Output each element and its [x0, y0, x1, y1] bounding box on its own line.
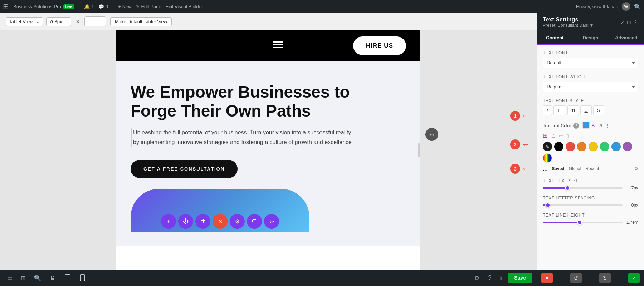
resize-handle-right[interactable]: [418, 30, 420, 270]
italic-button[interactable]: I: [543, 105, 552, 115]
swatch-orange[interactable]: [577, 142, 586, 151]
swatch-red[interactable]: [566, 142, 575, 151]
admin-bar-right: Howdy, wpwithfahad W 🔍: [576, 2, 641, 11]
builder-search-button[interactable]: 🔍: [31, 273, 44, 283]
text-size-slider[interactable]: [543, 187, 623, 189]
close-element-button[interactable]: ✕: [213, 214, 228, 229]
panel-reset-button[interactable]: ↺: [570, 273, 582, 283]
panel-tabs: Content Design Advanced: [537, 31, 644, 45]
blue-circle-decoration: + ⏻ 🗑 ✕ ⚙: [131, 189, 309, 232]
trash-icon: 🗑: [200, 218, 206, 225]
view-width-input[interactable]: [46, 17, 71, 26]
comment-count: 0: [106, 4, 108, 9]
device-all-icon[interactable]: ⊞: [543, 132, 547, 139]
panel-header-icons: ⤢ ⊡ ⋮: [620, 19, 638, 25]
letter-spacing-slider[interactable]: [543, 204, 623, 206]
page-menu-icon[interactable]: [273, 41, 283, 50]
wp-logo-icon[interactable]: ⊞: [3, 2, 9, 11]
color-reset-icon[interactable]: ↺: [598, 123, 602, 129]
color-help-icon[interactable]: ?: [573, 123, 579, 129]
letter-spacing-label: Text Letter Spacing: [543, 196, 638, 201]
color-recent-tab[interactable]: Recent: [585, 166, 599, 171]
font-style-buttons: I TT Tt U S: [543, 105, 638, 115]
tablet-view-button[interactable]: [61, 273, 74, 283]
page-headline: We Empower Businesses to Forge Their Own…: [131, 83, 381, 120]
hire-us-button[interactable]: HIRE US: [353, 36, 406, 55]
settings-element-button[interactable]: ⚙: [230, 214, 245, 229]
line-height-slider[interactable]: [543, 222, 623, 223]
hamburger-icon: [273, 41, 283, 49]
text-color-label: Text Text Color: [543, 123, 571, 128]
panel-save-button[interactable]: ✓: [628, 273, 640, 283]
make-default-button[interactable]: Make Default Tablet View: [110, 17, 172, 26]
transform-icon: ⇔: [269, 218, 274, 225]
builder-menu-button[interactable]: ☰: [4, 273, 15, 283]
swatch-blue[interactable]: [611, 142, 621, 151]
exit-builder-label: Exit Visual Builder: [166, 4, 203, 9]
view-resize-handle[interactable]: [84, 16, 106, 26]
underline-button[interactable]: U: [580, 105, 591, 115]
exit-builder-button[interactable]: Exit Visual Builder: [166, 4, 203, 9]
view-clear-button[interactable]: ✕: [74, 18, 82, 26]
settings-bottom-button[interactable]: ⚙: [472, 273, 482, 283]
transform-element-button[interactable]: ⇔: [264, 214, 279, 229]
swatch-black[interactable]: [554, 142, 564, 151]
panel-preset[interactable]: Preset: Consultant Dark ▼: [543, 23, 594, 28]
delete-element-button[interactable]: 🗑: [195, 214, 210, 229]
builder-modules-button[interactable]: ⊞: [18, 273, 28, 283]
edit-page-button[interactable]: ✎ Edit Page: [136, 4, 161, 9]
comments-item[interactable]: 💬 0: [98, 4, 108, 9]
device-mobile-icon[interactable]: ▯: [566, 133, 569, 138]
page-content: We Empower Businesses to Forge Their Own…: [116, 61, 420, 246]
tab-content[interactable]: Content: [537, 31, 573, 45]
swatch-custom-color[interactable]: [543, 153, 552, 163]
panel-title: Text Settings: [543, 16, 594, 23]
site-name[interactable]: Business Solutions Pro Live: [13, 4, 74, 9]
color-cursor-icon[interactable]: ↖: [592, 123, 596, 129]
panel-redo-button[interactable]: ↻: [599, 273, 611, 283]
history-element-button[interactable]: ⏱: [247, 214, 262, 229]
color-pen-tool[interactable]: ✎: [543, 142, 552, 151]
swatch-yellow[interactable]: [589, 142, 598, 151]
color-settings-icon[interactable]: ⚙: [634, 166, 638, 171]
view-select[interactable]: Tablet View: [6, 17, 43, 26]
panel-more-icon[interactable]: ⋮: [633, 19, 638, 25]
add-element-button[interactable]: +: [161, 214, 176, 229]
color-active-swatch[interactable]: [582, 122, 590, 130]
panel-bottom-actions: ✕ ↺ ↻ ✓: [537, 270, 644, 286]
notifications-item[interactable]: 🔔 1: [84, 4, 94, 9]
avatar[interactable]: W: [622, 2, 630, 11]
consultation-button[interactable]: GET A FREE CONSULTATION: [131, 160, 238, 178]
color-more-icon[interactable]: ⋮: [605, 123, 610, 129]
title-case-button[interactable]: Tt: [567, 105, 579, 115]
power-element-button[interactable]: ⏻: [178, 214, 193, 229]
tab-design[interactable]: Design: [573, 31, 609, 44]
new-button[interactable]: + New: [118, 4, 132, 9]
text-font-select[interactable]: Default: [543, 58, 638, 68]
tab-advanced[interactable]: Advanced: [608, 31, 644, 44]
desktop-view-button[interactable]: 🖥: [47, 273, 58, 282]
svg-rect-0: [273, 41, 283, 43]
swatch-green[interactable]: [600, 142, 609, 151]
text-font-weight-select[interactable]: Regular: [543, 82, 638, 92]
line-height-thumb[interactable]: [577, 220, 582, 225]
panel-expand-icon[interactable]: ⤢: [620, 19, 625, 25]
admin-search-icon[interactable]: 🔍: [634, 3, 641, 10]
text-size-section: Text Text Size 17px: [543, 178, 638, 191]
panel-split-icon[interactable]: ⊡: [627, 19, 631, 25]
save-button[interactable]: Save: [508, 273, 532, 283]
strikethrough-button[interactable]: S: [593, 105, 604, 115]
device-tablet-icon[interactable]: ▭: [559, 133, 564, 139]
swatch-purple[interactable]: [623, 142, 632, 151]
color-saved-tab[interactable]: Saved: [552, 166, 564, 171]
letter-spacing-thumb[interactable]: [545, 203, 550, 208]
text-size-thumb[interactable]: [565, 186, 570, 191]
help-bottom-button[interactable]: ?: [485, 273, 494, 282]
mobile-view-button[interactable]: [77, 273, 88, 283]
device-desktop-icon[interactable]: 🖥: [550, 133, 556, 139]
color-global-tab[interactable]: Global: [569, 166, 581, 171]
line-height-fill: [543, 222, 579, 223]
all-caps-button[interactable]: TT: [553, 105, 566, 115]
panel-cancel-button[interactable]: ✕: [541, 273, 553, 283]
help2-bottom-button[interactable]: ℹ: [497, 273, 505, 283]
